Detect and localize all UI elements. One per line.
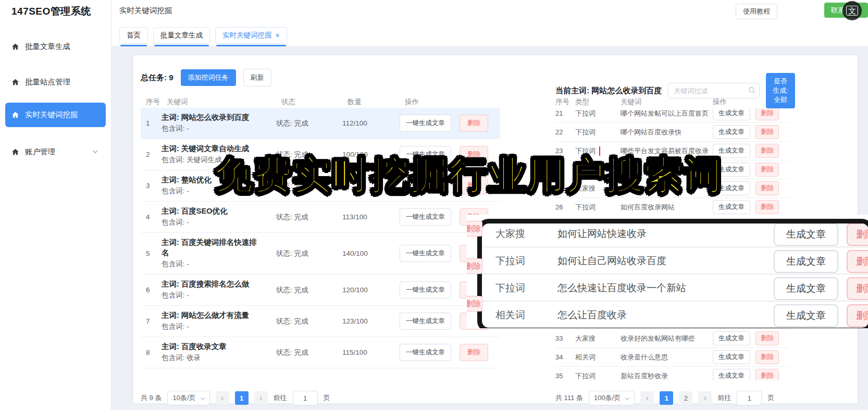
keyword-index: 34 (555, 353, 575, 361)
tab-label: 批量文章生成 (160, 31, 203, 40)
current-main-word: 当前主词: 网站怎么收录到百度 (555, 86, 662, 96)
generate-article-button[interactable]: 一键生成文章 (400, 344, 451, 361)
column-header: 操作 (713, 97, 789, 107)
page-number-2[interactable]: 2 (679, 391, 692, 405)
close-tab-icon[interactable]: × (276, 32, 280, 39)
prev-page-button[interactable]: ‹ (640, 391, 654, 405)
task-include-word: 包含词: - (162, 258, 276, 270)
task-count: 112/100 (342, 119, 400, 127)
task-status: 状态: 完成 (276, 249, 342, 258)
generate-article-button[interactable]: 生成文章 (774, 250, 838, 273)
keyword-text: 哪个网站百度收录快 (621, 128, 713, 137)
sidebar-item-label: 账户管理 (25, 147, 55, 157)
generate-article-button[interactable]: 生成文章 (713, 108, 750, 120)
task-index: 8 (141, 349, 162, 356)
tab-wrap: 实时关键词挖掘× (215, 27, 287, 46)
delete-button[interactable]: 删除 (755, 163, 779, 177)
task-main-word: 主词: 百度SEO优化 (162, 206, 264, 216)
generate-article-button[interactable]: 生成文章 (713, 350, 750, 364)
task-status: 状态: 完成 (276, 285, 342, 295)
column-header: 序号 (555, 97, 575, 107)
delete-button[interactable]: 删除 (755, 331, 779, 345)
delete-button[interactable]: 删除 (755, 181, 779, 195)
help-button[interactable]: 使用教程 (736, 4, 777, 19)
generate-article-button[interactable]: 生成文章 (713, 125, 750, 139)
task-include-word: 包含词: - (162, 289, 276, 301)
tab-1[interactable]: 首页 (119, 27, 148, 44)
tasks-table-body: 1主词: 网站怎么收录到百度包含词: -状态: 完成112/100一键生成文章删… (141, 108, 500, 368)
goto-page-input[interactable] (737, 391, 762, 405)
magnified-row: 下拉词怎么快速让百度收录一个新站生成文章删除 (482, 275, 868, 302)
keywords-total: 共 111 条 (555, 393, 583, 403)
delete-button[interactable]: 删除 (755, 200, 779, 214)
delete-button[interactable]: 删除 (755, 125, 779, 139)
generate-article-button[interactable]: 生成文章 (713, 200, 750, 214)
delete-button[interactable]: 删除 (847, 304, 868, 327)
sidebar-item-1[interactable]: 批量文章生成 (5, 38, 106, 55)
sidebar-item-3[interactable]: 实时关键词挖掘 (5, 103, 106, 127)
generate-article-button[interactable]: 一键生成文章 (400, 281, 451, 299)
keyword-row: 21下拉词哪个网站发帖可以上百度首页生成文章删除 (555, 108, 789, 123)
generate-article-button[interactable]: 生成文章 (774, 304, 838, 327)
keyword-type-cell: 下拉词 (575, 128, 621, 137)
task-actions: 一键生成文章删除 (400, 115, 500, 132)
keyword-text: 如何让网站快速收录 (557, 227, 647, 241)
refresh-button[interactable]: 刷新 (243, 69, 271, 86)
home-icon (11, 148, 19, 156)
keyword-actions: 生成文章删除 (713, 200, 789, 214)
sidebar-item-4[interactable]: 账户管理 (5, 143, 106, 160)
keyword-text: 怎么快速让百度收录一个新站 (557, 281, 686, 295)
translate-extension-icon[interactable]: 文 (842, 1, 862, 20)
tasks-page-size-select[interactable]: 10条/页 (167, 391, 209, 405)
keyword-actions: 生成文章删除 (713, 350, 789, 364)
generate-article-button[interactable]: 一键生成文章 (400, 208, 451, 226)
delete-button[interactable]: 删除 (460, 344, 488, 361)
tasks-toolbar: 总任务: 9 添加挖词任务 刷新 (141, 69, 271, 86)
keyword-text: 收录是什么意思 (621, 353, 713, 362)
generate-article-button[interactable]: 一键生成文章 (400, 245, 451, 262)
delete-button[interactable]: 删除 (755, 108, 779, 120)
delete-button[interactable]: 删除 (847, 250, 868, 273)
delete-button[interactable]: 删除 (755, 350, 779, 364)
task-include-word: 包含词: - (162, 216, 276, 228)
tab-active-underline (216, 45, 286, 46)
task-main-word: 主词: 百度收录文章 (162, 341, 264, 352)
keyword-type: 下拉词 (495, 254, 525, 268)
keyword-type: 下拉词 (575, 128, 596, 136)
delete-button[interactable]: 删除 (460, 115, 488, 132)
goto-page-input[interactable] (293, 391, 318, 405)
task-keyword-cell: 主词: 百度搜索排名怎么做包含词: - (162, 279, 276, 301)
keyword-text: 怎么让百度收录 (557, 308, 627, 322)
clipped-delete-button: 删除 (467, 221, 482, 237)
home-icon (11, 111, 19, 119)
keyword-type: 相关词 (575, 353, 596, 361)
task-index: 5 (141, 250, 162, 257)
prev-page-button[interactable]: ‹ (216, 391, 229, 405)
sidebar-item-2[interactable]: 批量站点管理 (5, 73, 106, 91)
delete-button[interactable]: 删除 (755, 144, 779, 158)
delete-button[interactable]: 删除 (847, 223, 868, 246)
generate-article-button[interactable]: 一键生成文章 (400, 115, 451, 132)
tab-2[interactable]: 批量文章生成 (153, 27, 210, 44)
generate-article-button[interactable]: 一键生成文章 (400, 313, 451, 330)
delete-button[interactable]: 删除 (755, 369, 779, 380)
generate-article-button[interactable]: 生成文章 (774, 277, 838, 300)
page-number-1[interactable]: 1 (660, 391, 673, 405)
task-main-word: 主词: 网站怎么做才有流量 (162, 310, 264, 320)
keyword-type: 下拉词 (575, 109, 596, 117)
next-page-button[interactable]: › (254, 391, 268, 405)
task-keyword-cell: 主词: 网站怎么收录到百度包含词: - (162, 112, 276, 134)
generate-article-button[interactable]: 生成文章 (774, 223, 838, 246)
tab-3[interactable]: 实时关键词挖掘× (215, 27, 287, 44)
generate-article-button[interactable]: 生成文章 (713, 331, 750, 345)
add-task-button[interactable]: 添加挖词任务 (181, 69, 236, 86)
keywords-page-size-select[interactable]: 100条/页 (589, 391, 635, 405)
task-row: 1主词: 网站怎么收录到百度包含词: -状态: 完成112/100一键生成文章删… (141, 108, 500, 139)
column-header: 序号 (141, 97, 162, 107)
generate-article-button[interactable]: 生成文章 (713, 369, 750, 380)
page-number-1[interactable]: 1 (235, 391, 249, 405)
task-keyword-cell: 主词: 网站怎么做才有流量包含词: - (162, 310, 276, 332)
next-page-button[interactable]: › (698, 391, 712, 405)
tab-active-underline (120, 45, 147, 46)
delete-button[interactable]: 删除 (847, 277, 868, 300)
